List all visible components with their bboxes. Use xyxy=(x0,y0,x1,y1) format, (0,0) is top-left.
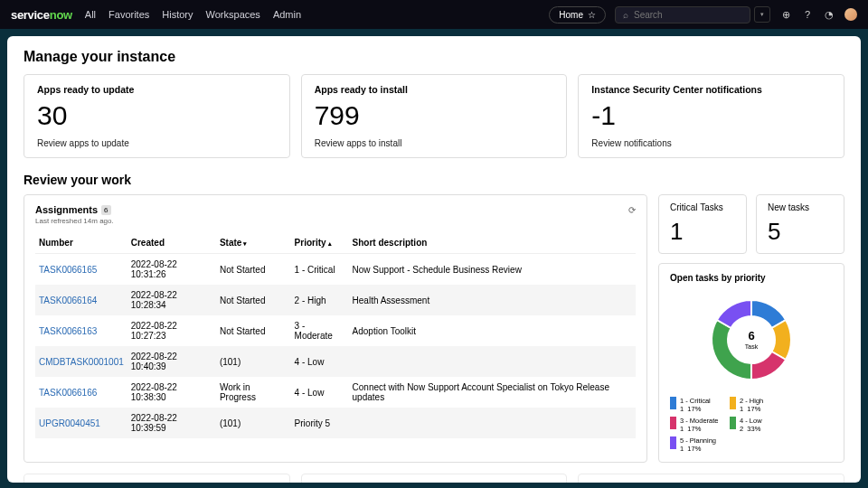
help-icon[interactable]: ? xyxy=(801,8,814,21)
summary-card[interactable]: Instance Security Center notifications-1… xyxy=(578,74,844,158)
assignments-count-badge: 6 xyxy=(101,205,110,215)
home-label: Home xyxy=(559,10,583,20)
globe-icon[interactable]: ⊕ xyxy=(779,8,792,21)
table-row[interactable]: TASK00661642022-08-22 10:28:34Not Starte… xyxy=(35,285,636,315)
svg-text:6: 6 xyxy=(748,329,754,343)
new-tasks-card[interactable]: New tasks 5 xyxy=(756,194,844,254)
review-title: Review your work xyxy=(24,173,844,187)
table-row[interactable]: TASK00661662022-08-22 10:38:30Work in Pr… xyxy=(35,377,636,408)
col-priority[interactable]: Priority▴ xyxy=(291,232,349,254)
bottom-card[interactable]: Open tasks by age xyxy=(24,474,290,483)
summary-card[interactable]: Apps ready to update30Review apps to upd… xyxy=(24,74,290,158)
bottom-card[interactable]: Requests xyxy=(578,474,844,483)
legend-item[interactable]: 3 - Moderate1 17% xyxy=(670,417,721,433)
newtasks-value: 5 xyxy=(768,218,833,246)
table-row[interactable]: UPGR00404512022-08-22 10:39:59(101)Prior… xyxy=(35,408,636,438)
nav-workspaces[interactable]: Workspaces xyxy=(206,9,260,20)
task-link[interactable]: TASK0066163 xyxy=(39,326,97,336)
search-input[interactable] xyxy=(634,10,715,20)
critical-tasks-card[interactable]: Critical Tasks 1 xyxy=(658,194,747,254)
col-desc[interactable]: Short description xyxy=(349,232,636,254)
assignments-title: Assignments xyxy=(35,204,98,215)
task-link[interactable]: UPGR0040451 xyxy=(39,418,100,428)
summary-card[interactable]: Apps ready to install799Review apps to i… xyxy=(301,74,568,158)
card-link[interactable]: Review notifications xyxy=(591,138,831,148)
nav-all[interactable]: All xyxy=(85,9,96,20)
search-scope-dropdown[interactable]: ▾ xyxy=(754,6,770,23)
card-title: Apps ready to update xyxy=(37,84,277,95)
nav-favorites[interactable]: Favorites xyxy=(108,9,149,20)
nav-history[interactable]: History xyxy=(162,9,193,20)
last-refreshed: Last refreshed 14m ago. xyxy=(35,217,636,225)
task-link[interactable]: TASK0066165 xyxy=(39,265,97,275)
card-title: Apps ready to install xyxy=(315,84,554,95)
legend-item[interactable]: 5 - Planning1 17% xyxy=(670,436,721,453)
avatar[interactable] xyxy=(844,8,857,21)
critical-title: Critical Tasks xyxy=(670,202,735,212)
task-link[interactable]: TASK0066164 xyxy=(39,296,97,305)
search-icon: ⌕ xyxy=(623,10,628,20)
star-icon: ☆ xyxy=(588,10,596,20)
top-nav: All Favorites History Workspaces Admin xyxy=(85,9,301,20)
brand-logo[interactable]: servicenow xyxy=(11,8,72,22)
task-link[interactable]: TASK0066166 xyxy=(39,388,97,398)
chart-legend: 1 - Critical1 17%2 - High1 17%3 - Modera… xyxy=(670,397,833,453)
search-box[interactable]: ⌕ xyxy=(615,6,750,23)
chevron-down-icon: ▾ xyxy=(243,240,247,247)
card-value: 799 xyxy=(315,100,554,131)
legend-item[interactable]: 2 - High1 17% xyxy=(730,397,780,413)
priority-chart-card: Open tasks by priority 6Task 1 - Critica… xyxy=(658,263,844,463)
chart-title: Open tasks by priority xyxy=(670,273,833,283)
table-row[interactable]: CMDBTASK00010012022-08-22 10:40:39(101)4… xyxy=(35,346,636,377)
legend-item[interactable]: 1 - Critical1 17% xyxy=(670,397,721,413)
bell-icon[interactable]: ◔ xyxy=(823,8,835,21)
nav-admin[interactable]: Admin xyxy=(273,9,301,20)
critical-value: 1 xyxy=(670,218,735,246)
col-number[interactable]: Number xyxy=(35,232,127,254)
refresh-icon[interactable]: ⟳ xyxy=(628,205,636,215)
card-link[interactable]: Review apps to install xyxy=(315,138,554,148)
assignments-panel: Assignments 6 ⟳ Last refreshed 14m ago. … xyxy=(24,194,647,463)
card-value: -1 xyxy=(591,100,831,131)
card-value: 30 xyxy=(37,100,277,131)
col-created[interactable]: Created xyxy=(127,232,216,254)
svg-text:Task: Task xyxy=(745,343,759,350)
card-title: Instance Security Center notifications xyxy=(591,84,831,95)
newtasks-title: New tasks xyxy=(768,202,833,212)
home-pill[interactable]: Home ☆ xyxy=(549,6,606,23)
card-link[interactable]: Review apps to update xyxy=(37,138,277,148)
task-link[interactable]: CMDBTASK0001001 xyxy=(39,357,124,367)
assignments-table: Number Created State▾ Priority▴ Short de… xyxy=(35,232,636,438)
bottom-card[interactable]: Favorites xyxy=(301,474,568,483)
table-row[interactable]: TASK00661652022-08-22 10:31:26Not Starte… xyxy=(35,254,636,286)
col-state[interactable]: State▾ xyxy=(216,232,291,254)
table-row[interactable]: TASK00661632022-08-22 10:27:23Not Starte… xyxy=(35,315,636,346)
donut-chart: 6Task xyxy=(702,290,801,389)
legend-item[interactable]: 4 - Low2 33% xyxy=(730,417,780,433)
page-title: Manage your instance xyxy=(24,49,844,65)
chevron-up-icon: ▴ xyxy=(328,240,332,247)
